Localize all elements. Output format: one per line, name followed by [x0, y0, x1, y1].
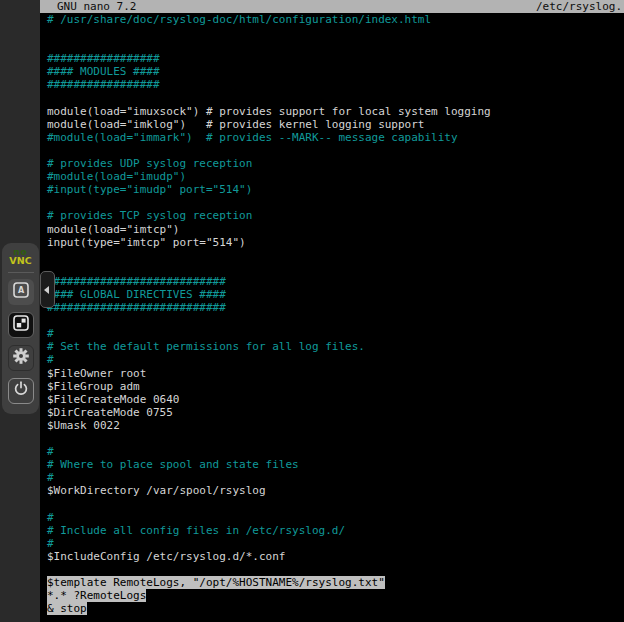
terminal-line: $DirCreateMode 0755	[47, 406, 624, 419]
svg-text:A: A	[17, 286, 24, 295]
terminal-line: #	[47, 353, 624, 366]
terminal-line: #	[47, 511, 624, 524]
a-key-icon: A	[13, 282, 29, 302]
terminal-line: & stop	[47, 602, 624, 615]
terminal-line	[47, 563, 624, 576]
terminal-line: $FileCreateMode 0640	[47, 393, 624, 406]
terminal-line: #module(load="imudp")	[47, 170, 624, 183]
terminal-line: #input(type="imudp" port="514")	[47, 183, 624, 196]
terminal-line: $template RemoteLogs, "/opt/%HOSTNAME%/r…	[47, 576, 624, 589]
nano-titlebar: GNU nano 7.2 /etc/rsyslog.	[40, 0, 624, 13]
terminal-line: ###########################	[47, 275, 624, 288]
terminal-line: module(load="imtcp")	[47, 223, 624, 236]
terminal-window: GNU nano 7.2 /etc/rsyslog. # /usr/share/…	[40, 0, 624, 622]
terminal-line	[47, 26, 624, 39]
terminal-line: $WorkDirectory /var/spool/rsyslog	[47, 484, 624, 497]
fullscreen-icon	[13, 315, 29, 335]
extra-keys-button[interactable]: A	[8, 279, 34, 305]
terminal-line: #	[47, 471, 624, 484]
terminal-line: ###########################	[47, 301, 624, 314]
terminal-line: # Where to place spool and state files	[47, 458, 624, 471]
nano-filename: /etc/rsyslog.	[536, 0, 622, 13]
terminal-line: #	[47, 537, 624, 550]
terminal-line: module(load="imklog") # provides kernel …	[47, 118, 624, 131]
terminal-line: $IncludeConfig /etc/rsyslog.d/*.conf	[47, 550, 624, 563]
fullscreen-button[interactable]	[8, 312, 34, 338]
terminal-line: $Umask 0022	[47, 419, 624, 432]
terminal-line: #### MODULES ####	[47, 65, 624, 78]
terminal-line: *.* ?RemoteLogs	[47, 589, 624, 602]
terminal-line	[47, 92, 624, 105]
terminal-line: #	[47, 445, 624, 458]
terminal-line	[47, 144, 624, 157]
terminal-line: # provides UDP syslog reception	[47, 157, 624, 170]
terminal-line: $FileGroup adm	[47, 380, 624, 393]
terminal-line	[47, 497, 624, 510]
terminal-line	[47, 249, 624, 262]
terminal-line	[47, 196, 624, 209]
terminal-line: #### GLOBAL DIRECTIVES ####	[47, 288, 624, 301]
novnc-logo-bottom: VNC	[9, 256, 31, 265]
control-bar-handle[interactable]	[40, 271, 55, 308]
collapse-arrow-icon	[44, 286, 49, 294]
terminal-line	[47, 432, 624, 445]
power-icon	[13, 381, 29, 401]
terminal-line: # Set the default permissions for all lo…	[47, 340, 624, 353]
terminal-line: module(load="imuxsock") # provides suppo…	[47, 105, 624, 118]
gear-icon	[13, 348, 29, 368]
panel-divider	[8, 272, 34, 273]
terminal-content[interactable]: # /usr/share/doc/rsyslog-doc/html/config…	[40, 13, 624, 615]
nano-version-title: GNU nano 7.2	[57, 0, 136, 13]
novnc-control-bar: no VNC A	[2, 243, 39, 414]
terminal-line: #module(load="immark") # provides --MARK…	[47, 131, 624, 144]
terminal-line: #################	[47, 78, 624, 91]
terminal-line	[47, 39, 624, 52]
terminal-line: # Include all config files in /etc/rsysl…	[47, 524, 624, 537]
terminal-line	[47, 262, 624, 275]
terminal-line: # /usr/share/doc/rsyslog-doc/html/config…	[47, 13, 624, 26]
terminal-line: # provides TCP syslog reception	[47, 209, 624, 222]
terminal-line	[47, 314, 624, 327]
terminal-line: #	[47, 327, 624, 340]
terminal-line: $FileOwner root	[47, 367, 624, 380]
novnc-logo: no VNC	[9, 248, 31, 265]
terminal-line: input(type="imtcp" port="514")	[47, 236, 624, 249]
terminal-line: #################	[47, 52, 624, 65]
settings-button[interactable]	[8, 345, 34, 371]
power-button[interactable]	[8, 378, 34, 404]
